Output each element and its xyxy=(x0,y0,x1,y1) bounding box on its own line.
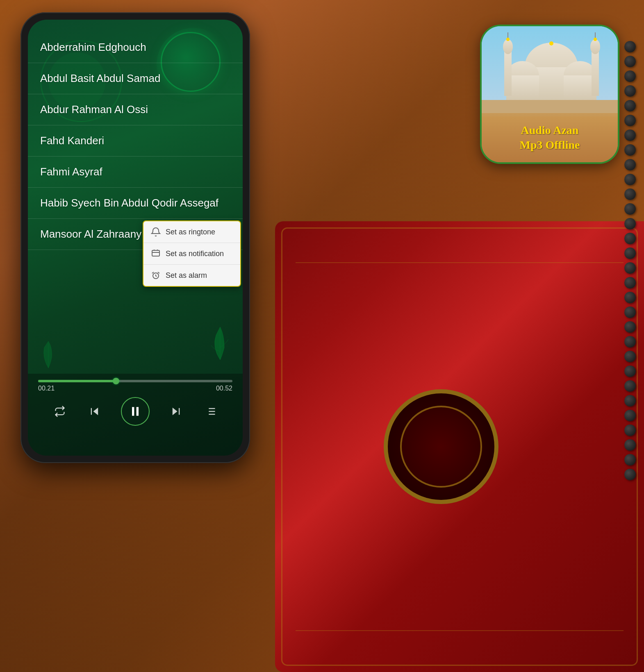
app-icon-title: Audio Azan Mp3 Offline xyxy=(520,123,580,153)
leaf-decoration-2 xyxy=(36,339,61,374)
notification-label: Set as notification xyxy=(166,250,224,258)
song-name: Abderrahim Edghouch xyxy=(40,41,230,54)
svg-line-25 xyxy=(158,272,159,273)
list-item[interactable]: Fahmi Asyraf xyxy=(28,157,243,188)
song-name: Fahd Kanderi xyxy=(40,134,230,147)
ringtone-label: Set as ringtone xyxy=(166,228,215,236)
list-item[interactable]: Abdur Rahman Al Ossi xyxy=(28,94,243,125)
bead xyxy=(624,188,636,200)
bead xyxy=(624,70,636,82)
context-menu-alarm[interactable]: Set as alarm xyxy=(143,265,240,286)
bead xyxy=(624,292,636,303)
list-item[interactable]: Fahd Kanderi xyxy=(28,125,243,157)
svg-point-13 xyxy=(506,38,510,41)
quran-decoration xyxy=(275,221,644,672)
list-item[interactable]: Habib Syech Bin Abdul Qodir Assegaf xyxy=(28,188,243,219)
time-labels: 00.21 00.52 xyxy=(38,385,232,392)
progress-fill xyxy=(38,380,116,382)
list-item[interactable]: Abdul Basit Abdul Samad xyxy=(28,63,243,94)
bead xyxy=(624,129,636,141)
app-icon[interactable]: Audio Azan Mp3 Offline xyxy=(480,25,619,164)
bead xyxy=(624,351,636,362)
bead xyxy=(624,306,636,318)
bead xyxy=(624,380,636,392)
svg-rect-29 xyxy=(137,407,139,415)
svg-marker-30 xyxy=(172,408,177,415)
bead xyxy=(624,144,636,156)
bead xyxy=(624,56,636,67)
notification-icon xyxy=(151,249,161,259)
bead xyxy=(624,233,636,244)
svg-line-24 xyxy=(152,272,154,273)
bead xyxy=(624,41,636,52)
app-icon-title-line2: Mp3 Offline xyxy=(520,138,580,152)
bead xyxy=(624,85,636,97)
pause-button[interactable] xyxy=(121,397,150,426)
svg-marker-26 xyxy=(93,408,98,415)
song-name: Abdur Rahman Al Ossi xyxy=(40,103,230,116)
context-menu-notification[interactable]: Set as notification xyxy=(143,243,240,265)
song-name: Fahmi Asyraf xyxy=(40,166,230,178)
bead xyxy=(624,321,636,333)
bead xyxy=(624,218,636,229)
bead xyxy=(624,366,636,377)
bead xyxy=(624,159,636,170)
total-time: 00.52 xyxy=(216,385,232,392)
next-button[interactable] xyxy=(167,402,185,420)
bead xyxy=(624,262,636,274)
svg-rect-19 xyxy=(152,250,159,256)
bead xyxy=(624,395,636,406)
playlist-button[interactable] xyxy=(202,402,220,420)
bead xyxy=(624,454,636,465)
list-item[interactable]: Abderrahim Edghouch xyxy=(28,32,243,63)
progress-bar[interactable] xyxy=(38,380,232,382)
bead xyxy=(624,410,636,421)
svg-point-15 xyxy=(549,41,553,45)
progress-thumb[interactable] xyxy=(113,378,119,384)
alarm-label: Set as alarm xyxy=(166,271,207,280)
player-area: 00.21 00.52 xyxy=(28,374,243,456)
leaf-decoration xyxy=(204,323,237,366)
svg-point-8 xyxy=(503,39,513,54)
song-list: Abderrahim Edghouch Abdul Basit Abdul Sa… xyxy=(28,20,243,374)
phone-frame: Abderrahim Edghouch Abdul Basit Abdul Sa… xyxy=(20,12,250,463)
bead xyxy=(624,425,636,436)
alarm-icon xyxy=(151,270,161,280)
current-time: 00.21 xyxy=(38,385,55,392)
bead xyxy=(624,203,636,215)
bead xyxy=(624,277,636,288)
bead xyxy=(624,247,636,259)
repeat-button[interactable] xyxy=(51,402,69,420)
svg-rect-28 xyxy=(132,407,134,415)
svg-point-11 xyxy=(590,39,600,54)
app-icon-mosque-image xyxy=(482,26,618,116)
bead xyxy=(624,115,636,126)
app-icon-title-line1: Audio Azan xyxy=(520,123,580,138)
song-name: Habib Syech Bin Abdul Qodir Assegaf xyxy=(40,197,230,209)
phone-screen: Abderrahim Edghouch Abdul Basit Abdul Sa… xyxy=(28,20,243,456)
player-controls xyxy=(38,397,232,426)
bead xyxy=(624,100,636,111)
rosary-decoration xyxy=(624,41,636,480)
ringtone-icon xyxy=(151,227,161,237)
bead xyxy=(624,439,636,451)
bead xyxy=(624,469,636,480)
context-menu: Set as ringtone Set as notification xyxy=(143,220,241,287)
context-menu-ringtone[interactable]: Set as ringtone xyxy=(143,221,240,243)
bead xyxy=(624,336,636,347)
song-name: Abdul Basit Abdul Samad xyxy=(40,72,230,85)
app-icon-text-area: Audio Azan Mp3 Offline xyxy=(482,113,618,162)
prev-button[interactable] xyxy=(86,402,104,420)
svg-point-14 xyxy=(594,38,597,41)
bead xyxy=(624,174,636,185)
